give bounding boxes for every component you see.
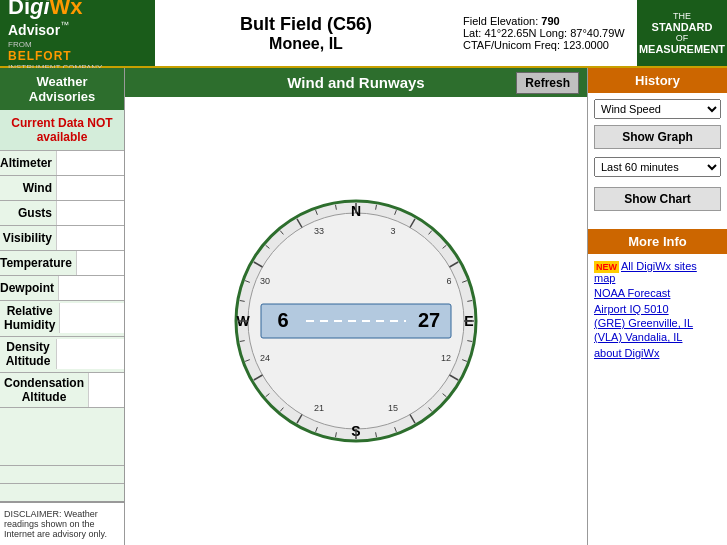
wind-value: [56, 176, 124, 200]
sidebar-blank2: [0, 483, 124, 501]
gusts-label: Gusts: [0, 203, 56, 223]
history-header: History: [588, 68, 727, 93]
airport-iq-block: Airport IQ 5010 (GRE) Greenville, IL (VL…: [594, 303, 721, 343]
altimeter-label: Altimeter: [0, 153, 56, 173]
humidity-value: [59, 303, 124, 333]
num-12: 12: [441, 353, 451, 363]
wind-row: Wind: [0, 175, 124, 200]
num-24: 24: [260, 353, 270, 363]
density-row: DensityAltitude: [0, 336, 124, 372]
dewpoint-label: Dewpoint: [0, 278, 58, 298]
right-panel: History Wind Speed Wind Direction Gusts …: [587, 68, 727, 545]
app-header: DigiWx Advisor™ FROM BELFORT INSTRUMENT …: [0, 0, 727, 68]
sidebar-blank1: [0, 465, 124, 483]
right-spacer: [588, 367, 727, 545]
ctaf: CTAF/Unicom Freq: 123.0000: [463, 39, 631, 51]
center-panel: Wind and Runways Refresh /* generated be…: [125, 68, 587, 545]
elevation-label: Field Elevation:: [463, 15, 538, 27]
all-digiwx-line: NEWAll DigiWx sites map: [594, 260, 721, 284]
sidebar: Weather Advisories Current Data NOT avai…: [0, 68, 125, 545]
gusts-value: [56, 201, 124, 225]
num-3: 3: [390, 226, 395, 236]
logo-area: DigiWx Advisor™ FROM BELFORT INSTRUMENT …: [0, 0, 155, 66]
logo-digi-text: DigiWx: [8, 0, 83, 19]
altimeter-value: [56, 151, 124, 175]
header-center: Bult Field (C56) Monee, IL: [155, 0, 457, 66]
condensation-label: CondensationAltitude: [0, 373, 88, 408]
lat-long: Lat: 41°22.65N Long: 87°40.79W: [463, 27, 631, 39]
humidity-label: RelativeHumidity: [0, 301, 59, 336]
sidebar-spacer: [0, 407, 124, 465]
runway-num-right: 27: [418, 309, 440, 331]
compass-svg: /* generated below */ N S E W 33 3 6 12 …: [231, 196, 481, 446]
show-chart-button[interactable]: Show Chart: [594, 187, 721, 211]
num-15: 15: [388, 403, 398, 413]
visibility-value: [56, 226, 124, 250]
header-info: Field Elevation: 790 Lat: 41°22.65N Long…: [457, 0, 637, 66]
sidebar-header: Weather Advisories: [0, 68, 124, 110]
history-content: Wind Speed Wind Direction Gusts Temperat…: [588, 93, 727, 221]
standard-text: STANDARD: [652, 21, 713, 33]
logo-belfort: BELFORT: [8, 49, 147, 63]
density-value: [56, 339, 124, 369]
airport-iq-link[interactable]: Airport IQ 5010: [594, 303, 721, 315]
humidity-row: RelativeHumidity: [0, 300, 124, 336]
field-location: Monee, IL: [240, 35, 372, 53]
field-elevation: Field Elevation: 790: [463, 15, 631, 27]
logo-digiwx: DigiWx Advisor™: [8, 0, 147, 38]
temperature-row: Temperature: [0, 250, 124, 275]
num-33: 33: [314, 226, 324, 236]
center-header: Wind and Runways Refresh: [125, 68, 587, 97]
visibility-row: Visibility: [0, 225, 124, 250]
altimeter-row: Altimeter: [0, 150, 124, 175]
main-content: Weather Advisories Current Data NOT avai…: [0, 68, 727, 545]
dewpoint-row: Dewpoint: [0, 275, 124, 300]
condensation-value: [88, 373, 124, 407]
disclaimer: DISCLAIMER: Weather readings shown on th…: [0, 501, 124, 545]
status-line2: available: [4, 130, 120, 144]
sidebar-status: Current Data NOT available: [0, 110, 124, 150]
num-30: 30: [260, 276, 270, 286]
header-right: THE STANDARD OF MEASUREMENT: [637, 0, 727, 66]
show-graph-button[interactable]: Show Graph: [594, 125, 721, 149]
history-duration-select[interactable]: Last 60 minutes Last 3 hours Last 12 hou…: [594, 157, 721, 177]
header-center-text: Bult Field (C56) Monee, IL: [240, 14, 372, 53]
gusts-row: Gusts: [0, 200, 124, 225]
about-digiwx-block: about DigiWx: [594, 347, 721, 359]
more-info-header: More Info: [588, 229, 727, 254]
logo-d: Di: [8, 0, 30, 19]
refresh-button[interactable]: Refresh: [516, 72, 579, 94]
wind-label: Wind: [0, 178, 56, 198]
num-6: 6: [446, 276, 451, 286]
history-metric-select[interactable]: Wind Speed Wind Direction Gusts Temperat…: [594, 99, 721, 119]
standard-the: THE: [673, 11, 691, 21]
compass: /* generated below */ N S E W 33 3 6 12 …: [231, 196, 481, 446]
logo-gi: gi: [30, 0, 50, 19]
status-line1: Current Data NOT: [4, 116, 120, 130]
runway-num-left: 6: [277, 309, 288, 331]
standard-of: OF: [676, 33, 689, 43]
measurement-text: MEASUREMENT: [639, 43, 725, 55]
logo-wx: Wx: [50, 0, 83, 19]
temperature-label: Temperature: [0, 253, 76, 273]
logo-tm: ™: [60, 20, 69, 30]
condensation-row: CondensationAltitude: [0, 372, 124, 408]
dewpoint-value: [58, 276, 124, 300]
temperature-value: [76, 251, 124, 275]
density-label: DensityAltitude: [0, 337, 56, 372]
logo-advisor: Advisor: [8, 22, 60, 38]
compass-container: /* generated below */ N S E W 33 3 6 12 …: [221, 97, 491, 545]
num-21: 21: [314, 403, 324, 413]
center-title: Wind and Runways: [131, 74, 581, 91]
logo-from: FROM: [8, 40, 147, 49]
noaa-link[interactable]: NOAA Forecast: [594, 287, 721, 299]
visibility-label: Visibility: [0, 228, 56, 248]
greenville-link[interactable]: (GRE) Greenville, IL: [594, 317, 721, 329]
more-info-content: NEWAll DigiWx sites map NOAA Forecast Ai…: [588, 254, 727, 367]
elevation-value: 790: [541, 15, 559, 27]
about-digiwx-link[interactable]: about DigiWx: [594, 347, 721, 359]
field-name: Bult Field (C56): [240, 14, 372, 35]
vandalia-link[interactable]: (VLA) Vandalia, IL: [594, 331, 721, 343]
